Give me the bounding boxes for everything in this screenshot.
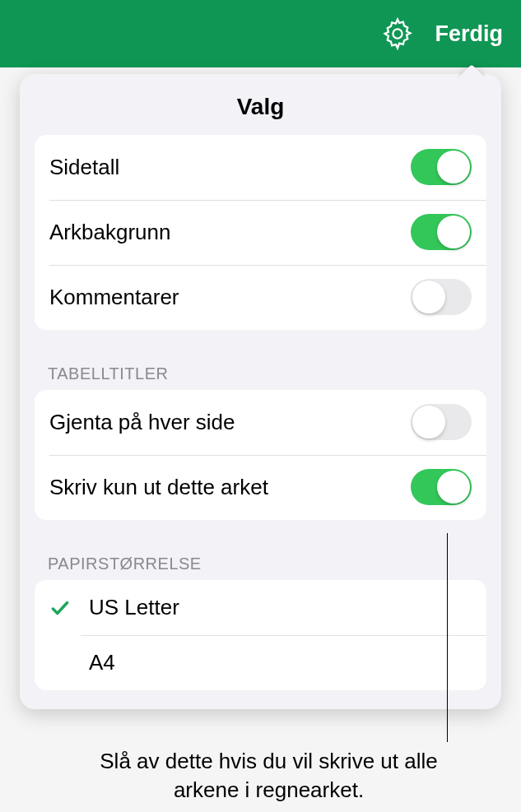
checkmark-icon (49, 597, 71, 619)
gear-icon[interactable] (380, 16, 415, 51)
options-popover: Valg Sidetall Arkbakgrunn Kommentarer TA… (20, 74, 501, 709)
header-paper-size: PAPIRSTØRRELSE (20, 530, 501, 580)
row-page-numbers[interactable]: Sidetall (35, 135, 486, 200)
row-sheet-background[interactable]: Arkbakgrunn (35, 200, 486, 265)
callout-text: Slå av dette hvis du vil skrive ut alle … (66, 747, 472, 805)
top-bar: Ferdig (0, 0, 521, 67)
options-group: Sidetall Arkbakgrunn Kommentarer (35, 135, 486, 330)
toggle-page-numbers[interactable] (411, 149, 472, 185)
label-a4: A4 (89, 650, 115, 675)
label-sheet-background: Arkbakgrunn (49, 220, 170, 245)
row-comments[interactable]: Kommentarer (35, 265, 486, 330)
popover-wrapper: Valg Sidetall Arkbakgrunn Kommentarer TA… (20, 74, 501, 709)
label-comments: Kommentarer (49, 285, 179, 310)
toggle-repeat[interactable] (411, 404, 472, 440)
table-titles-group: Gjenta på hver side Skriv kun ut dette a… (35, 390, 486, 520)
row-us-letter[interactable]: US Letter (35, 580, 486, 635)
toggle-sheet-background[interactable] (411, 214, 472, 250)
paper-size-group: US Letter A4 (35, 580, 486, 690)
popover-title: Valg (20, 74, 501, 135)
label-us-letter: US Letter (89, 595, 179, 620)
toggle-this-sheet-only[interactable] (411, 469, 472, 505)
label-page-numbers: Sidetall (49, 155, 119, 180)
callout-line (447, 533, 448, 742)
done-button[interactable]: Ferdig (435, 21, 503, 47)
svg-point-0 (393, 29, 402, 38)
row-a4[interactable]: A4 (35, 635, 486, 690)
popover-arrow (458, 63, 485, 77)
row-repeat[interactable]: Gjenta på hver side (35, 390, 486, 455)
header-table-titles: TABELLTITLER (20, 340, 501, 390)
toggle-comments[interactable] (411, 279, 472, 315)
row-this-sheet-only[interactable]: Skriv kun ut dette arket (35, 455, 486, 520)
label-this-sheet-only: Skriv kun ut dette arket (49, 475, 268, 500)
label-repeat: Gjenta på hver side (49, 410, 235, 435)
